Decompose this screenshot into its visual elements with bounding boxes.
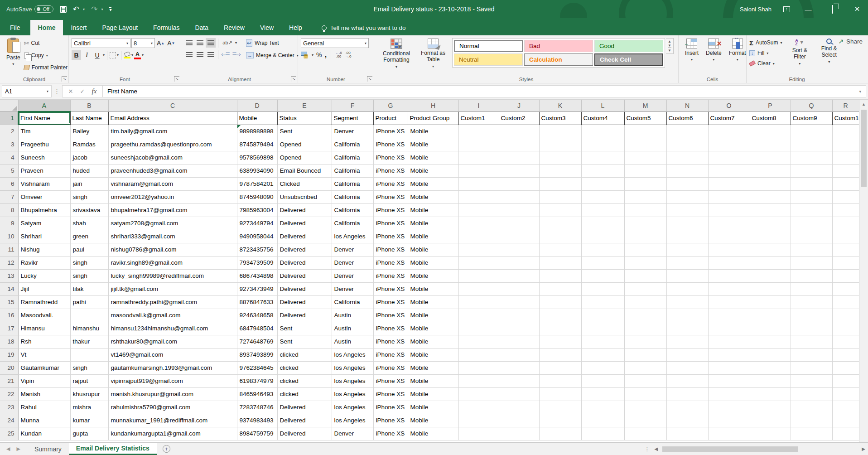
cell-H22[interactable]: Mobile: [408, 387, 458, 401]
clipboard-dialog-launcher-icon[interactable]: ↘: [62, 76, 67, 82]
cell-K12[interactable]: [539, 256, 581, 269]
cell-P9[interactable]: [750, 217, 791, 230]
paste-caret-icon[interactable]: ▾: [12, 62, 14, 66]
cell-N24[interactable]: [666, 414, 708, 427]
decrease-font-size-button[interactable]: A▼: [166, 39, 176, 48]
cell-J14[interactable]: [499, 282, 539, 295]
scroll-right-icon[interactable]: ▶: [860, 446, 867, 451]
accounting-format-icon[interactable]: [301, 52, 309, 58]
cell-J2[interactable]: [499, 125, 539, 138]
cell-Q18[interactable]: [791, 335, 832, 348]
cell-C9[interactable]: satyam2708@gmail.com: [108, 217, 237, 230]
cell-L23[interactable]: [581, 401, 624, 414]
column-header-E[interactable]: E: [277, 100, 332, 111]
cell-O16[interactable]: [708, 309, 750, 322]
cell-A12[interactable]: Ravikr: [18, 256, 70, 269]
column-header-H[interactable]: H: [408, 100, 458, 111]
row-header-15[interactable]: 15: [0, 295, 18, 309]
cell-G20[interactable]: iPhone XS: [373, 361, 408, 374]
scrollbar-grip-icon[interactable]: ⋮: [645, 446, 650, 452]
cell-B5[interactable]: huded: [70, 164, 108, 177]
cell-F21[interactable]: los Angeles: [332, 374, 373, 387]
top-align-button[interactable]: [184, 38, 194, 48]
cell-Q21[interactable]: [791, 374, 832, 387]
cell-L20[interactable]: [581, 361, 624, 374]
row-header-2[interactable]: 2: [0, 125, 18, 138]
cell-O12[interactable]: [708, 256, 750, 269]
wrap-text-button[interactable]: ↩ Wrap Text: [246, 38, 299, 48]
cell-D24[interactable]: 9374983493: [237, 414, 277, 427]
cell-B13[interactable]: singh: [70, 269, 108, 282]
cell-B2[interactable]: Bailey: [70, 125, 108, 138]
cell-N13[interactable]: [666, 269, 708, 282]
cell-E11[interactable]: Delivered: [277, 243, 332, 256]
cell-D12[interactable]: 7934739509: [237, 256, 277, 269]
copy-button[interactable]: Copy ▾: [24, 50, 68, 60]
cell-R23[interactable]: [832, 401, 859, 414]
cell-A2[interactable]: Tim: [18, 125, 70, 138]
cell-M2[interactable]: [624, 125, 666, 138]
cell-C23[interactable]: rahulmishra5790@gmail.com: [108, 401, 237, 414]
cell-N10[interactable]: [666, 230, 708, 243]
cell-A6[interactable]: Vishnaram: [18, 177, 70, 190]
cell-Q3[interactable]: [791, 138, 832, 151]
cell-R10[interactable]: [832, 230, 859, 243]
cell-G8[interactable]: iPhone XS: [373, 203, 408, 217]
cell-B8[interactable]: srivastava: [70, 203, 108, 217]
column-header-O[interactable]: O: [708, 100, 750, 111]
cell-Q6[interactable]: [791, 177, 832, 190]
cell-E19[interactable]: clicked: [277, 348, 332, 361]
cell-J11[interactable]: [499, 243, 539, 256]
cell-E12[interactable]: Delivered: [277, 256, 332, 269]
cell-M22[interactable]: [624, 387, 666, 401]
cell-N9[interactable]: [666, 217, 708, 230]
cell-C12[interactable]: ravikr.singh89@gmail.com: [108, 256, 237, 269]
cell-N23[interactable]: [666, 401, 708, 414]
increase-font-size-button[interactable]: A▲: [156, 39, 165, 48]
cell-M3[interactable]: [624, 138, 666, 151]
cell-Q13[interactable]: [791, 269, 832, 282]
clear-button[interactable]: Clear ▾: [749, 59, 782, 68]
cell-P21[interactable]: [750, 374, 791, 387]
cell-L14[interactable]: [581, 282, 624, 295]
cell-R14[interactable]: [832, 282, 859, 295]
decrease-indent-button[interactable]: ⇦☰: [221, 50, 231, 59]
cell-P11[interactable]: [750, 243, 791, 256]
cell-J5[interactable]: [499, 164, 539, 177]
cell-H20[interactable]: Mobile: [408, 361, 458, 374]
cell-P8[interactable]: [750, 203, 791, 217]
cell-F9[interactable]: California: [332, 217, 373, 230]
merge-center-button[interactable]: ↔ Merge & Center ▾: [246, 50, 299, 60]
cell-F8[interactable]: California: [332, 203, 373, 217]
cell-A19[interactable]: Vt: [18, 348, 70, 361]
cell-C16[interactable]: masoodvali.k@gmail.com: [108, 309, 237, 322]
column-header-P[interactable]: P: [750, 100, 791, 111]
cell-E20[interactable]: clicked: [277, 361, 332, 374]
font-color-caret-icon[interactable]: ▾: [142, 53, 144, 57]
customize-qat-icon[interactable]: ▾: [109, 7, 111, 11]
cell-O2[interactable]: [708, 125, 750, 138]
cell-G16[interactable]: iPhone XS: [373, 309, 408, 322]
cell-O17[interactable]: [708, 322, 750, 335]
cell-M13[interactable]: [624, 269, 666, 282]
cell-L17[interactable]: [581, 322, 624, 335]
cell-G12[interactable]: iPhone XS: [373, 256, 408, 269]
cell-O9[interactable]: [708, 217, 750, 230]
cell-H10[interactable]: Mobile: [408, 230, 458, 243]
cell-J9[interactable]: [499, 217, 539, 230]
cell-I23[interactable]: [458, 401, 499, 414]
autosave-toggle[interactable]: Off: [34, 5, 53, 13]
cell-P6[interactable]: [750, 177, 791, 190]
row-header-8[interactable]: 8: [0, 203, 18, 217]
cell-M9[interactable]: [624, 217, 666, 230]
cell-Q12[interactable]: [791, 256, 832, 269]
cell-D3[interactable]: 8745879494: [237, 138, 277, 151]
cell-N21[interactable]: [666, 374, 708, 387]
cell-L8[interactable]: [581, 203, 624, 217]
cell-C21[interactable]: vipinrajput919@gmail.com: [108, 374, 237, 387]
cell-N14[interactable]: [666, 282, 708, 295]
cell-D9[interactable]: 9273449794: [237, 217, 277, 230]
cell-O8[interactable]: [708, 203, 750, 217]
italic-button[interactable]: I: [82, 50, 92, 60]
cell-K23[interactable]: [539, 401, 581, 414]
